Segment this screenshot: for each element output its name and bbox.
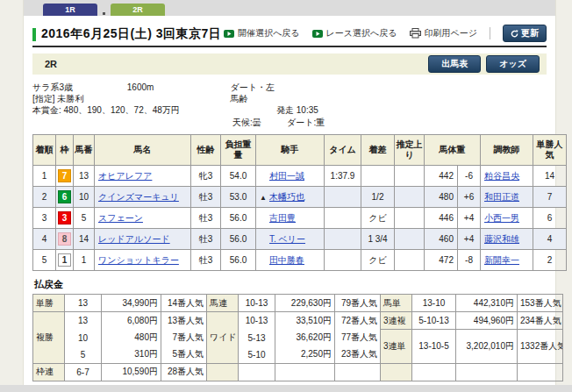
col-horse-number: 馬番 bbox=[74, 135, 95, 166]
horse-number: 5 bbox=[74, 208, 95, 229]
top-nav-links: 開催選択へ戻る レース選択へ戻る 印刷用ページ bbox=[224, 25, 547, 42]
bet-type-wakuren: 枠連 bbox=[33, 363, 65, 381]
horse-weight: 480 bbox=[425, 187, 458, 208]
horse-link[interactable]: オヒアレフア bbox=[98, 171, 152, 181]
horse-weight-diff: +6 bbox=[458, 187, 481, 208]
race-category: サラ系3歳 bbox=[32, 82, 125, 93]
frame-badge: 3 bbox=[58, 211, 71, 225]
frame-badge: 8 bbox=[58, 232, 71, 246]
payout-row: 複勝 13 6,080円 13番人気 ワイド 10-13 33,510円 72番… bbox=[33, 312, 563, 330]
win-popularity: 2 bbox=[533, 250, 567, 271]
race-info: サラ系3歳 1600m ダート・左 [指定] 未勝利 馬齢 本賞金: 480、1… bbox=[32, 82, 547, 129]
sex-age: 牝3 bbox=[191, 166, 221, 187]
bet-numbers: 13 bbox=[65, 295, 102, 312]
frame-badge: 1 bbox=[58, 253, 71, 267]
race-course: ダート・左 bbox=[231, 82, 275, 92]
horse-weight-diff: -6 bbox=[458, 166, 481, 187]
bet-popularity: 72番人気 bbox=[335, 312, 381, 330]
bet-payout: 494,960円 bbox=[456, 312, 518, 330]
finish-position: 2 bbox=[33, 187, 56, 208]
bet-type-umatan: 馬単 bbox=[381, 295, 412, 312]
back-to-kaisai-link[interactable]: 開催選択へ戻る bbox=[224, 27, 299, 39]
back-to-race-link[interactable]: レース選択へ戻る bbox=[312, 27, 397, 39]
trainer-link[interactable]: 藤沢和雄 bbox=[484, 234, 519, 244]
bet-payout: 442,310円 bbox=[456, 295, 518, 312]
bet-type-sanrenpuku: 3連複 bbox=[381, 312, 412, 330]
empty-cell bbox=[275, 363, 335, 381]
bet-numbers: 13 bbox=[65, 312, 102, 330]
frame-badge: 7 bbox=[58, 169, 71, 182]
jockey-link[interactable]: T. ベリー bbox=[269, 234, 305, 244]
jockey-link[interactable]: 田中勝春 bbox=[269, 255, 304, 265]
sex-age: 牡3 bbox=[191, 208, 221, 229]
weight-carried: 56.0 bbox=[221, 229, 256, 250]
print-page-link[interactable]: 印刷用ページ bbox=[410, 27, 477, 39]
green-arrow-icon bbox=[312, 30, 323, 38]
bet-payout: 480円 bbox=[102, 330, 161, 346]
win-popularity: 14 bbox=[533, 166, 567, 187]
bet-type-umaren: 馬連 bbox=[207, 295, 239, 312]
bet-payout: 229,630円 bbox=[275, 295, 335, 312]
results-header-row: 着順 枠 馬番 馬名 性齢 負担重量 騎手 タイム 着差 推定上り 馬体重 調教… bbox=[33, 135, 567, 166]
odds-button[interactable]: オッズ bbox=[486, 55, 540, 73]
race-header-bar: 2R 出馬表 オッズ bbox=[32, 53, 547, 75]
title-row: 2016年6月25日(土) 3回東京7日 開催選択へ戻る レース選択へ戻る bbox=[32, 16, 547, 47]
finish-time bbox=[325, 208, 361, 229]
margin: クビ bbox=[361, 250, 395, 271]
bet-popularity: 1332番人気 bbox=[518, 330, 563, 364]
bet-popularity: 23番人気 bbox=[335, 346, 381, 364]
empty-cell bbox=[207, 363, 239, 381]
bet-popularity: 79番人気 bbox=[335, 295, 381, 312]
tab-1r[interactable]: 1R bbox=[43, 4, 97, 16]
win-popularity: 7 bbox=[533, 187, 567, 208]
entry-table-button[interactable]: 出馬表 bbox=[428, 55, 481, 73]
bet-type-fukusho: 複勝 bbox=[33, 312, 65, 364]
bet-type-wide: ワイド bbox=[207, 312, 239, 364]
race-tab-strip: 1R 2R bbox=[24, 0, 555, 16]
bet-numbers: 10-13 bbox=[239, 295, 275, 312]
apprentice-mark: ▲ bbox=[260, 194, 269, 202]
empty-cell bbox=[381, 363, 412, 381]
col-agari: 推定上り bbox=[395, 135, 425, 166]
tab-2r[interactable]: 2R bbox=[111, 4, 165, 16]
finish-time bbox=[325, 250, 361, 271]
trainer-link[interactable]: 粕谷昌央 bbox=[484, 171, 519, 181]
win-popularity: 4 bbox=[533, 229, 567, 250]
race-weather: 天候:曇 bbox=[232, 117, 261, 129]
horse-link[interactable]: クインズマーキュリ bbox=[98, 192, 179, 202]
horse-weight: 442 bbox=[425, 166, 458, 187]
bet-popularity: 13番人気 bbox=[161, 312, 207, 330]
margin: クビ bbox=[361, 208, 395, 229]
finish-position: 4 bbox=[33, 229, 56, 250]
horse-link[interactable]: スフェーン bbox=[98, 213, 143, 223]
bet-numbers: 5-10 bbox=[239, 346, 275, 364]
trainer-link[interactable]: 和田正道 bbox=[484, 192, 519, 202]
agari bbox=[395, 166, 425, 187]
trainer-link[interactable]: 小西一男 bbox=[484, 213, 519, 223]
col-finish: 着順 bbox=[33, 135, 56, 166]
jockey-link[interactable]: 吉田豊 bbox=[269, 213, 296, 223]
weight-carried: 53.0 bbox=[221, 187, 256, 208]
finish-time bbox=[325, 187, 361, 208]
jockey-link[interactable]: 木幡巧也 bbox=[269, 192, 304, 202]
race-grade: [指定] 未勝利 bbox=[32, 93, 125, 104]
back-to-kaisai-label: 開催選択へ戻る bbox=[238, 27, 299, 39]
trainer-link[interactable]: 新開幸一 bbox=[484, 255, 519, 265]
result-row: 2 6 10 クインズマーキュリ 牡3 53.0 ▲木幡巧也 1/2 480 +… bbox=[33, 187, 567, 208]
bet-popularity: 153番人気 bbox=[518, 295, 563, 312]
bet-type-tansho: 単勝 bbox=[33, 295, 65, 312]
back-to-race-label: レース選択へ戻る bbox=[326, 27, 397, 39]
race-start-time: 発走 10:35 bbox=[276, 104, 318, 117]
horse-link[interactable]: ワンショットキラー bbox=[98, 255, 179, 265]
empty-cell bbox=[335, 363, 381, 381]
bet-numbers: 5-13 bbox=[239, 330, 275, 346]
horse-weight-diff: +4 bbox=[458, 229, 481, 250]
refresh-icon bbox=[511, 30, 518, 38]
jockey-link[interactable]: 村田一誠 bbox=[269, 171, 304, 181]
payout-title: 払戻金 bbox=[34, 278, 547, 291]
refresh-button[interactable]: 更新 bbox=[503, 25, 547, 42]
bet-numbers: 10 bbox=[65, 330, 102, 346]
horse-link[interactable]: レッドアルソード bbox=[98, 234, 170, 244]
horse-weight: 472 bbox=[425, 250, 458, 271]
agari bbox=[395, 208, 425, 229]
